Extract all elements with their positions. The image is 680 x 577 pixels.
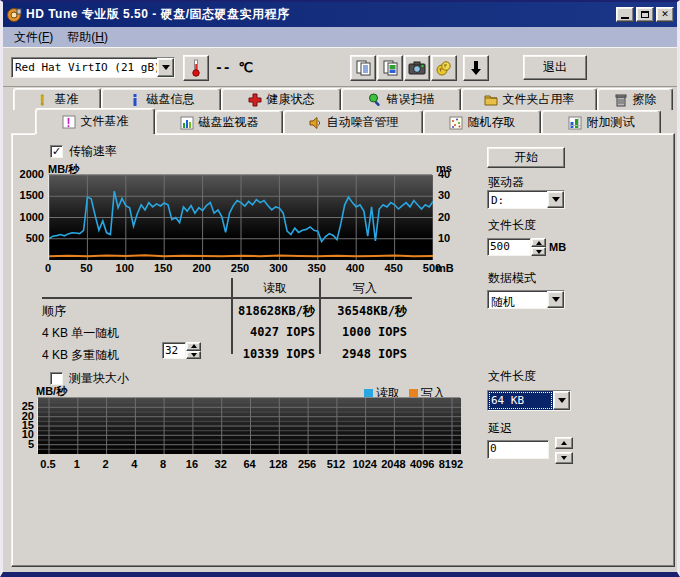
- chart1-x-tick: 0: [31, 262, 65, 274]
- save-results-button[interactable]: [463, 55, 489, 81]
- delay-up-button[interactable]: [555, 437, 573, 449]
- drive-dropdown-button[interactable]: [547, 191, 564, 208]
- file-benchmark-icon: !: [62, 115, 76, 129]
- drive-dropdown[interactable]: D:: [487, 190, 565, 209]
- spinner-up-icon: [536, 241, 542, 245]
- tab-健康状态[interactable]: 健康状态: [221, 88, 341, 110]
- data-mode-dropdown-button[interactable]: [547, 291, 564, 308]
- chart1-y2-tick: 10: [438, 232, 460, 244]
- tab-擦除[interactable]: 擦除: [597, 88, 673, 110]
- tab-文件基准[interactable]: !文件基准: [35, 108, 155, 134]
- sequential-read-value: 818628KB/秒: [231, 303, 315, 320]
- maximize-icon: [641, 11, 649, 18]
- data-mode-value: 随机: [488, 291, 547, 308]
- transfer-rate-checkbox[interactable]: ✓: [50, 145, 63, 158]
- file-length-unit: MB: [549, 241, 566, 253]
- chart1-x-unit: mB: [436, 262, 454, 274]
- queue-depth-value[interactable]: 32: [162, 342, 186, 359]
- file-length-up-button[interactable]: [531, 238, 546, 247]
- copy-image-button[interactable]: [377, 55, 403, 81]
- queue-depth-spinner[interactable]: 32: [162, 342, 201, 359]
- drive-selector[interactable]: Red Hat VirtIO (21 gB): [11, 57, 175, 78]
- toolbar: Red Hat VirtIO (21 gB) -- ℃ 退出: [3, 49, 677, 87]
- block-file-length-dropdown-button[interactable]: [553, 391, 570, 410]
- menu-item-file[interactable]: 文件(F): [7, 27, 60, 48]
- tab-随机存取[interactable]: 随机存取: [423, 110, 541, 134]
- tab-磁盘监视器[interactable]: 磁盘监视器: [155, 110, 283, 134]
- chevron-down-icon: [162, 65, 170, 70]
- temperature-value: -- ℃: [215, 60, 253, 75]
- disk-monitor-icon: [180, 116, 194, 130]
- donate-button[interactable]: [431, 55, 457, 81]
- chart1-x-tick: 450: [377, 262, 411, 274]
- chart2-y-tick: 5: [12, 438, 34, 450]
- chart1-plot-area: [48, 174, 432, 259]
- folder-usage-icon: [484, 93, 498, 107]
- minimize-button[interactable]: [616, 7, 634, 22]
- tab-label: 磁盘信息: [147, 91, 195, 108]
- chart2-plot-area: [37, 397, 460, 453]
- queue-depth-down-button[interactable]: [186, 351, 201, 360]
- file-length-label: 文件长度: [488, 217, 536, 234]
- tab-label: 健康状态: [267, 91, 315, 108]
- drive-dropdown-value: D:: [488, 191, 547, 208]
- file-length-value[interactable]: 500: [487, 238, 531, 256]
- file-benchmark-panel: ✓ 传输速率 MB/秒 ms 2000150010005004030201005…: [11, 133, 675, 567]
- spinner-up-icon: [191, 344, 197, 348]
- spinner-up-icon: [561, 441, 567, 445]
- chart1-x-tick: 100: [108, 262, 142, 274]
- tab-基准[interactable]: !基准: [13, 88, 101, 110]
- copy-text-button[interactable]: [350, 55, 376, 81]
- window-title: HD Tune 专业版 5.50 - 硬盘/固态硬盘实用程序: [26, 6, 614, 23]
- block-size-chart: MB/秒 读取 写入 2520151050.512481632641282565…: [12, 382, 482, 472]
- aam-icon: [308, 116, 322, 130]
- random-access-icon: [449, 116, 463, 130]
- 4k-single-write-value: 1000 IOPS: [319, 325, 407, 339]
- tab-label: 基准: [55, 91, 79, 108]
- tab-自动噪音管理[interactable]: 自动噪音管理: [283, 110, 423, 134]
- delay-input[interactable]: 0: [487, 440, 549, 459]
- start-button[interactable]: 开始: [487, 147, 565, 168]
- close-button[interactable]: ✕: [656, 7, 674, 22]
- chart2-x-tick: 8192: [434, 458, 468, 470]
- block-file-length-value: 64 KB: [488, 391, 553, 410]
- screenshot-button[interactable]: [404, 55, 430, 81]
- block-file-length-dropdown[interactable]: 64 KB: [487, 390, 571, 411]
- menu-item-help[interactable]: 帮助(H): [60, 27, 115, 48]
- thermometer-icon: [188, 59, 204, 77]
- chart1-x-tick: 250: [223, 262, 257, 274]
- 4k-multi-read-value: 10339 IOPS: [231, 347, 315, 361]
- title-bar: HD Tune 专业版 5.50 - 硬盘/固态硬盘实用程序 ✕: [3, 2, 677, 27]
- data-mode-label: 数据模式: [488, 270, 536, 287]
- transfer-rate-checkbox-row: ✓ 传输速率: [50, 143, 117, 160]
- tab-错误扫描[interactable]: 错误扫描: [341, 88, 461, 110]
- tab-row-2: !文件基准磁盘监视器自动噪音管理随机存取附加测试: [35, 110, 661, 134]
- chart1-y-tick: 1500: [12, 189, 44, 201]
- copy-image-icon: [382, 59, 399, 76]
- chart1-y-tick: 2000: [12, 168, 44, 180]
- chart1-x-tick: 150: [146, 262, 180, 274]
- temperature-button[interactable]: [183, 55, 209, 81]
- erase-icon: [614, 93, 628, 107]
- drive-selector-dropdown-button[interactable]: [157, 58, 174, 77]
- file-length-spinner[interactable]: 500 MB: [487, 238, 566, 256]
- maximize-button[interactable]: [636, 7, 654, 22]
- exit-button[interactable]: 退出: [523, 55, 587, 80]
- 4k-single-read-value: 4027 IOPS: [231, 325, 315, 339]
- data-mode-dropdown[interactable]: 随机: [487, 290, 565, 309]
- chart1-y2-tick: 30: [438, 189, 460, 201]
- queue-depth-up-button[interactable]: [186, 342, 201, 351]
- file-length-down-button[interactable]: [531, 247, 546, 256]
- row-label-sequential: 顺序: [42, 303, 66, 320]
- row-label-4k-single: 4 KB 单一随机: [42, 325, 119, 342]
- tab-磁盘信息[interactable]: 磁盘信息: [101, 88, 221, 110]
- delay-down-button[interactable]: [555, 452, 573, 464]
- chart1-y2-tick: 40: [438, 168, 460, 180]
- transfer-rate-checkbox-label: 传输速率: [69, 143, 117, 160]
- spinner-down-icon: [561, 456, 567, 460]
- tab-row-1: !基准磁盘信息健康状态错误扫描文件夹占用率擦除: [13, 88, 673, 110]
- tab-附加测试[interactable]: 附加测试: [541, 110, 661, 134]
- chart1-y-tick: 500: [12, 232, 44, 244]
- chart1-x-tick: 400: [338, 262, 372, 274]
- tab-文件夹占用率[interactable]: 文件夹占用率: [461, 88, 597, 110]
